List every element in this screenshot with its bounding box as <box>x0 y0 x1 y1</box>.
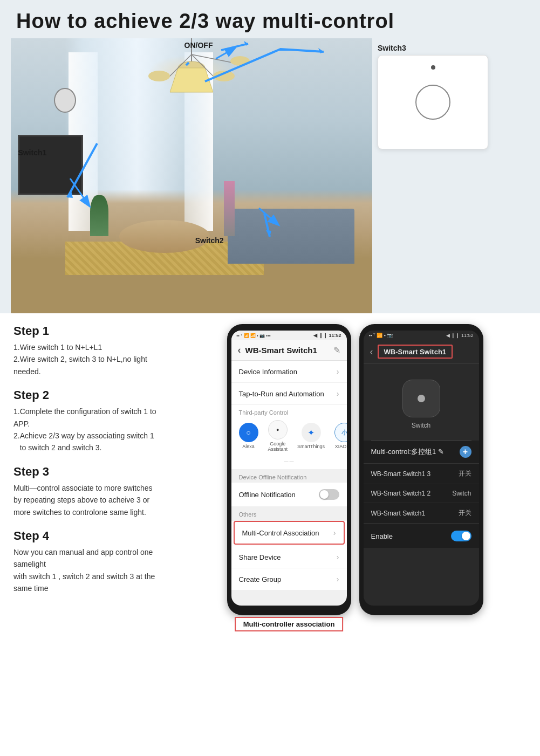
phone2-status-left: ▪▪ ᵀ 📶 ▪ 📷 <box>369 333 393 338</box>
device-info-chevron: › <box>337 367 339 376</box>
phone2-nav-title-box: WB-Smart Switch1 <box>378 345 453 359</box>
google-symbol: ● <box>276 427 279 432</box>
phone2-list-section: Multi-control:多控组1 ✎ + WB-Smart Switch1 … <box>364 441 479 548</box>
share-device-label: Share Device <box>239 553 281 561</box>
phone2-screen: ▪▪ ᵀ 📶 ▪ 📷 ◀ ❙❙ 11:52 ‹ WB-Smart Switch1 <box>364 331 479 606</box>
switch1-label: Switch1 <box>18 148 46 157</box>
phone2-frame: ▪▪ ᵀ 📶 ▪ 📷 ◀ ❙❙ 11:52 ‹ WB-Smart Switch1 <box>359 324 483 615</box>
multi-controller-badge: Multi-controller association <box>235 617 344 631</box>
svg-point-4 <box>148 71 170 81</box>
offline-section-label: Device Offline Notification <box>231 470 347 483</box>
alexa-symbol: ○ <box>246 428 250 437</box>
dots-indicator: — — <box>239 455 339 465</box>
phone2-back-button[interactable]: ‹ <box>370 346 373 358</box>
phone2-item1-name: WB-Smart Switch1 3 <box>371 470 431 478</box>
others-section-label: Others <box>231 507 347 520</box>
top-section: How to achieve 2/3 way multi-control <box>0 0 540 313</box>
svg-line-10 <box>70 178 89 205</box>
svg-line-17 <box>67 143 97 197</box>
switch3-indicator-dot <box>431 65 435 70</box>
phone2-switch-label: Switch <box>412 422 430 429</box>
smartthings-symbol: ✦ <box>307 428 315 438</box>
svg-line-14 <box>221 44 248 50</box>
phone1-screen: ▪▪ ᵀ 📶 📶 ▪ 📷 ▪▪▪ ◀ ❙❙ 11:52 ‹ WB-Smart S… <box>231 331 347 606</box>
multi-control-container: Multi-Control Association › <box>231 521 347 546</box>
step4-block: Step 4 Now you can manual and app contro… <box>13 529 167 595</box>
phone1-status-bar: ▪▪ ᵀ 📶 📶 ▪ 📷 ▪▪▪ ◀ ❙❙ 11:52 <box>231 331 347 340</box>
step1-text: 1.Wire switch 1 to N+L+L1 2.Wire switch … <box>13 341 167 377</box>
step4-title: Step 4 <box>13 529 167 543</box>
room-arrows-svg <box>11 38 372 313</box>
create-group-item[interactable]: Create Group › <box>231 568 347 590</box>
phone2-item1-value: 开关 <box>459 469 471 478</box>
phone2-multi-control-title: Multi-control:多控组1 ✎ <box>371 447 444 457</box>
create-group-chevron: › <box>337 575 339 583</box>
xiaodu-icon-block[interactable]: 小 XIAODU <box>334 423 346 449</box>
phone2-list-header: Multi-control:多控组1 ✎ + <box>364 441 479 464</box>
phone1-status-right: ◀ ❙❙ 11:52 <box>313 333 341 338</box>
switch3-device <box>378 55 488 149</box>
create-group-label: Create Group <box>239 575 282 583</box>
step2-block: Step 2 1.Complete the configuration of s… <box>13 388 167 454</box>
phone2-list-item-2: WB-Smart Switch1 2 Switch <box>364 484 479 503</box>
room-photo: ON/OFF Switch1 Switch2 <box>11 38 372 313</box>
phone2-switch-button[interactable] <box>402 380 440 417</box>
google-label: GoogleAssistant <box>268 441 288 452</box>
phone2-item2-value: Switch <box>452 490 471 497</box>
phone2-item3-value: 开关 <box>459 508 471 518</box>
multi-control-label: Multi-Control Association <box>242 529 319 537</box>
alexa-label: Alexa <box>242 444 255 449</box>
phone1-back-button[interactable]: ‹ <box>238 345 241 356</box>
third-party-icons: ○ Alexa ● GoogleAssistant <box>239 420 339 452</box>
phone2-nav: ‹ WB-Smart Switch1 <box>364 340 479 363</box>
multi-control-chevron: › <box>333 528 336 537</box>
step2-text: 1.Complete the configuration of switch 1… <box>13 406 167 454</box>
phones-column: ▪▪ ᵀ 📶 📶 ▪ 📷 ▪▪▪ ◀ ❙❙ 11:52 ‹ WB-Smart S… <box>175 324 535 615</box>
third-party-section: Third-party Control ○ Alexa ● <box>231 405 347 470</box>
svg-line-11 <box>259 208 278 224</box>
phone1-status-left: ▪▪ ᵀ 📶 📶 ▪ 📷 ▪▪▪ <box>237 333 271 338</box>
xiaodu-circle: 小 <box>334 423 346 442</box>
alexa-circle: ○ <box>239 423 258 442</box>
phone2-status-right: ◀ ❙❙ 11:52 <box>446 333 474 338</box>
room-image-container: ON/OFF Switch1 Switch2 Switch3 <box>11 38 529 313</box>
phone2-wrapper: ▪▪ ᵀ 📶 ▪ 📷 ◀ ❙❙ 11:52 ‹ WB-Smart Switch1 <box>359 324 483 615</box>
offline-notification-item[interactable]: Offline Notification <box>231 483 347 507</box>
xiaodu-symbol: 小 <box>341 429 347 437</box>
step3-text: Multi—control associate to more switches… <box>13 482 167 518</box>
phone1-edit-button[interactable]: ✎ <box>333 345 340 355</box>
phone2-item2-name: WB-Smart Switch1 2 <box>371 490 431 497</box>
step3-title: Step 3 <box>13 465 167 479</box>
xiaodu-label: XIAODU <box>335 444 347 449</box>
svg-line-7 <box>192 54 232 63</box>
google-icon-block[interactable]: ● GoogleAssistant <box>268 420 288 452</box>
phone1-frame: ▪▪ ᵀ 📶 📶 ▪ 📷 ▪▪▪ ◀ ❙❙ 11:52 ‹ WB-Smart S… <box>227 324 351 615</box>
tap-to-run-chevron: › <box>337 389 339 398</box>
tap-to-run-item[interactable]: Tap-to-Run and Automation › <box>231 383 347 405</box>
onoff-label: ON/OFF <box>184 41 213 50</box>
page-title: How to achieve 2/3 way multi-control <box>11 10 529 33</box>
offline-notification-label: Offline Notification <box>239 491 296 499</box>
google-circle: ● <box>268 420 288 439</box>
smartthings-label: SmartThings <box>297 444 325 449</box>
switch3-button-circle <box>415 85 450 120</box>
share-device-item[interactable]: Share Device › <box>231 546 347 568</box>
smartthings-icon-block[interactable]: ✦ SmartThings <box>297 423 325 449</box>
phone2-add-button[interactable]: + <box>460 446 471 458</box>
phone2-switch-area: Switch <box>364 363 479 440</box>
switch2-label: Switch2 <box>195 236 224 245</box>
phone2-item3-name: WB-Smart Switch1 <box>371 510 426 517</box>
multi-control-item[interactable]: Multi-Control Association › <box>234 521 345 545</box>
phone2-enable-toggle[interactable] <box>451 531 471 541</box>
phone2-nav-title: WB-Smart Switch1 <box>384 348 447 356</box>
share-device-chevron: › <box>337 553 339 561</box>
offline-toggle[interactable] <box>319 489 339 500</box>
phone1-nav: ‹ WB-Smart Switch1 ✎ <box>231 340 347 361</box>
step4-text: Now you can manual and app control one s… <box>13 546 167 595</box>
step2-title: Step 2 <box>13 388 167 402</box>
switch3-panel: Switch3 <box>378 44 491 149</box>
phone2-status-bar: ▪▪ ᵀ 📶 ▪ 📷 ◀ ❙❙ 11:52 <box>364 331 479 340</box>
alexa-icon-block[interactable]: ○ Alexa <box>239 423 258 449</box>
phone2-enable-label: Enable <box>371 532 393 540</box>
device-information-item[interactable]: Device Information › <box>231 361 347 383</box>
